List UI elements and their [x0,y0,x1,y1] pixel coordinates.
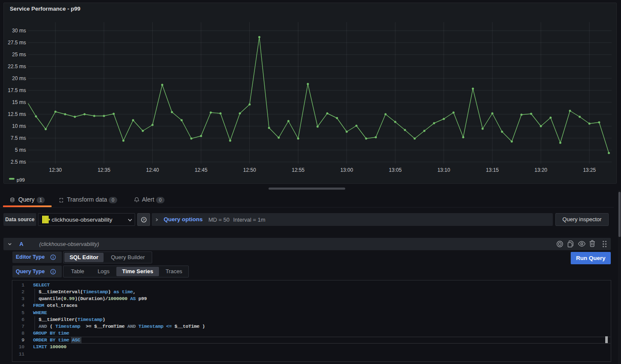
svg-text:20 ms: 20 ms [12,75,26,81]
svg-text:13:00: 13:00 [340,167,353,173]
svg-text:12.5 ms: 12.5 ms [8,111,26,117]
svg-text:p99: p99 [17,177,25,182]
svg-text:12:30: 12:30 [49,167,62,173]
svg-text:12:35: 12:35 [98,167,110,173]
svg-text:13:25: 13:25 [583,167,596,173]
svg-text:5 ms: 5 ms [15,147,26,153]
svg-text:7.5 ms: 7.5 ms [11,135,26,141]
svg-text:13:10: 13:10 [437,167,450,173]
svg-text:17.5 ms: 17.5 ms [8,87,26,93]
svg-text:12:40: 12:40 [146,167,159,173]
svg-text:13:20: 13:20 [534,167,547,173]
svg-text:?: ? [143,218,145,222]
svg-text:15 ms: 15 ms [12,99,26,105]
svg-text:12:45: 12:45 [195,167,208,173]
svg-text:13:15: 13:15 [486,167,499,173]
svg-text:22.5 ms: 22.5 ms [8,64,26,69]
svg-text:2.5 ms: 2.5 ms [11,159,26,165]
svg-text:10 ms: 10 ms [12,123,26,129]
svg-text:12:50: 12:50 [243,167,256,173]
svg-text:30 ms: 30 ms [12,28,26,34]
svg-text:12:55: 12:55 [292,167,304,173]
svg-text:25 ms: 25 ms [12,52,26,58]
svg-text:13:05: 13:05 [389,167,401,173]
svg-text:27.5 ms: 27.5 ms [8,40,26,46]
